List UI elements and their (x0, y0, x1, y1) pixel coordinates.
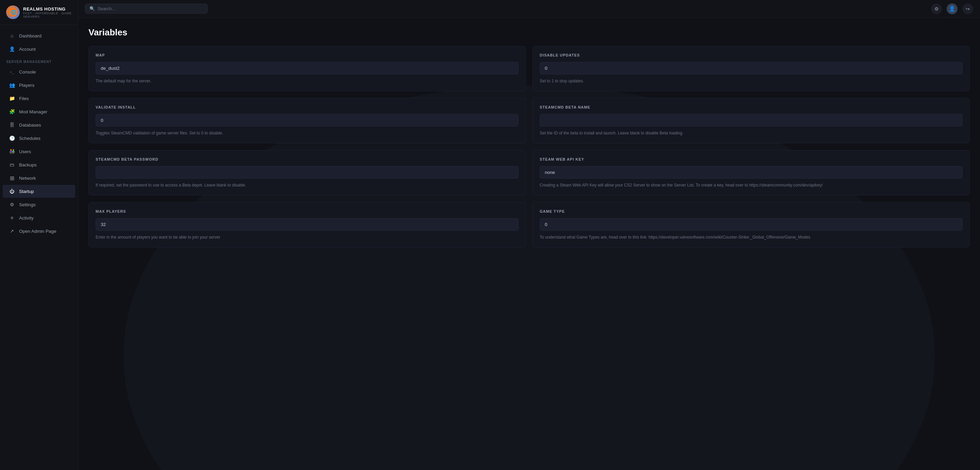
sidebar-nav: ⌂ Dashboard 👤 Account SERVER MANAGEMENT … (0, 25, 78, 470)
logout-icon: ↪ (966, 6, 970, 11)
search-input[interactable] (98, 6, 203, 11)
variable-card-steam-web-api-key: STEAM WEB API KEYCreating a Steam Web AP… (533, 150, 970, 195)
var-desc-disable-updates: Set to 1 to stop updates. (540, 78, 963, 84)
activity-icon: ≡ (9, 215, 15, 221)
sidebar-item-console[interactable]: ›_ Console (3, 65, 75, 78)
network-icon: ⊞ (9, 175, 15, 181)
search-icon: 🔍 (89, 6, 95, 11)
gear-icon: ⚙ (934, 6, 939, 11)
variable-card-steamcmd-beta-password: STEAMCMD BETA PASSWORDIf required, set t… (89, 150, 526, 195)
var-desc-max-players: Enter in the amount of players you want … (95, 234, 519, 240)
server-management-label: SERVER MANAGEMENT (0, 56, 78, 65)
variable-card-disable-updates: DISABLE UPDATESSet to 1 to stop updates. (533, 46, 970, 91)
var-input-disable-updates[interactable] (540, 62, 963, 75)
sidebar-item-label: Console (19, 69, 36, 75)
sidebar-item-files[interactable]: 📁 Files (3, 92, 75, 105)
var-label-validate-install: VALIDATE INSTALL (95, 105, 519, 109)
variable-card-steamcmd-beta-name: STEAMCMD BETA NAMESet the ID of the beta… (533, 98, 970, 143)
sidebar-item-settings[interactable]: ⚙ Settings (3, 198, 75, 211)
logo-title: REALMS HOSTING (23, 6, 72, 11)
var-label-steamcmd-beta-name: STEAMCMD BETA NAME (540, 105, 963, 109)
sidebar-item-open-admin[interactable]: ↗ Open Admin Page (3, 225, 75, 237)
sidebar-item-backups[interactable]: 🗃 Backups (3, 158, 75, 171)
var-label-steamcmd-beta-password: STEAMCMD BETA PASSWORD (95, 157, 519, 161)
settings-button[interactable]: ⚙ (931, 3, 942, 14)
avatar[interactable]: 👤 (947, 3, 958, 14)
sidebar-item-label: Dashboard (19, 33, 41, 38)
var-label-disable-updates: DISABLE UPDATES (540, 53, 963, 57)
topbar: 🔍 ⚙ 👤 ↪ (78, 0, 980, 18)
var-input-steamcmd-beta-name[interactable] (540, 114, 963, 127)
sidebar-item-mod-manager[interactable]: 🧩 Mod Manager (3, 105, 75, 118)
search-wrap[interactable]: 🔍 (85, 4, 208, 14)
var-input-map[interactable] (95, 62, 519, 75)
var-desc-game-type: To understand what Game Types are, head … (540, 234, 963, 240)
content: Variables MAPThe default map for the ser… (78, 18, 980, 470)
var-desc-steam-web-api-key: Creating a Steam Web API Key will allow … (540, 182, 963, 188)
main-area: 🔍 ⚙ 👤 ↪ Variables MAPThe default map for… (78, 0, 980, 470)
sidebar-item-network[interactable]: ⊞ Network (3, 172, 75, 185)
sidebar-item-startup[interactable]: ⏻ Startup (3, 185, 75, 198)
players-icon: 👥 (9, 82, 15, 88)
logo: 🌐 REALMS HOSTING FAST · AFFORDABLE · GAM… (0, 0, 78, 25)
svg-text:🌐: 🌐 (11, 10, 17, 15)
var-input-game-type[interactable] (540, 218, 963, 231)
open-admin-icon: ↗ (9, 228, 15, 234)
sidebar-item-label: Activity (19, 215, 34, 220)
var-desc-map: The default map for the server. (95, 78, 519, 84)
var-label-steam-web-api-key: STEAM WEB API KEY (540, 157, 963, 161)
var-desc-steamcmd-beta-name: Set the ID of the beta to install and la… (540, 130, 963, 136)
mod-manager-icon: 🧩 (9, 108, 15, 115)
files-icon: 📁 (9, 95, 15, 101)
sidebar-item-databases[interactable]: 🗄 Databases (3, 118, 75, 131)
sidebar-item-label: Startup (19, 189, 34, 194)
sidebar-item-label: Network (19, 175, 36, 181)
sidebar-item-label: Account (19, 47, 36, 52)
sidebar-item-players[interactable]: 👥 Players (3, 79, 75, 92)
var-input-steamcmd-beta-password[interactable] (95, 166, 519, 178)
sidebar-item-activity[interactable]: ≡ Activity (3, 211, 75, 224)
sidebar-item-label: Backups (19, 163, 37, 167)
var-input-max-players[interactable] (95, 218, 519, 231)
databases-icon: 🗄 (9, 122, 15, 128)
logo-subtitle: FAST · AFFORDABLE · GAME SERVERS (23, 11, 72, 18)
var-desc-validate-install: Toggles SteamCMD validation of game serv… (95, 130, 519, 136)
var-input-validate-install[interactable] (95, 114, 519, 127)
sidebar-item-label: Databases (19, 123, 41, 127)
variable-card-validate-install: VALIDATE INSTALLToggles SteamCMD validat… (89, 98, 526, 143)
sidebar-item-label: Users (19, 149, 31, 154)
var-label-map: MAP (95, 53, 519, 57)
home-icon: ⌂ (9, 33, 15, 39)
schedules-icon: 🕐 (9, 135, 15, 141)
sidebar-item-dashboard[interactable]: ⌂ Dashboard (3, 29, 75, 42)
sidebar-item-label: Schedules (19, 136, 40, 141)
variable-card-map: MAPThe default map for the server. (89, 46, 526, 91)
console-icon: ›_ (9, 69, 15, 75)
sidebar: 🌐 REALMS HOSTING FAST · AFFORDABLE · GAM… (0, 0, 78, 470)
sidebar-item-account[interactable]: 👤 Account (3, 43, 75, 56)
variables-grid: MAPThe default map for the server.DISABL… (89, 46, 970, 247)
variable-card-max-players: MAX PLAYERSEnter in the amount of player… (89, 202, 526, 247)
sidebar-item-label: Settings (19, 202, 36, 207)
variable-card-game-type: GAME TYPETo understand what Game Types a… (533, 202, 970, 247)
var-desc-steamcmd-beta-password: If required, set the password to use to … (95, 182, 519, 188)
var-label-game-type: GAME TYPE (540, 209, 963, 213)
var-label-max-players: MAX PLAYERS (95, 209, 519, 213)
settings-icon: ⚙ (9, 201, 15, 208)
sidebar-item-label: Files (19, 96, 29, 101)
var-input-steam-web-api-key[interactable] (540, 166, 963, 178)
logout-button[interactable]: ↪ (962, 3, 973, 14)
sidebar-item-users[interactable]: 👫 Users (3, 145, 75, 158)
account-icon: 👤 (9, 46, 15, 52)
page-title: Variables (89, 27, 970, 38)
startup-icon: ⏻ (9, 188, 15, 194)
topbar-right: ⚙ 👤 ↪ (931, 3, 973, 14)
backups-icon: 🗃 (9, 162, 15, 168)
logo-icon: 🌐 (6, 5, 20, 19)
sidebar-item-schedules[interactable]: 🕐 Schedules (3, 132, 75, 145)
avatar-icon: 👤 (949, 5, 956, 12)
users-icon: 👫 (9, 148, 15, 155)
sidebar-item-label: Open Admin Page (19, 229, 56, 234)
sidebar-item-label: Mod Manager (19, 109, 47, 114)
sidebar-item-label: Players (19, 83, 34, 88)
